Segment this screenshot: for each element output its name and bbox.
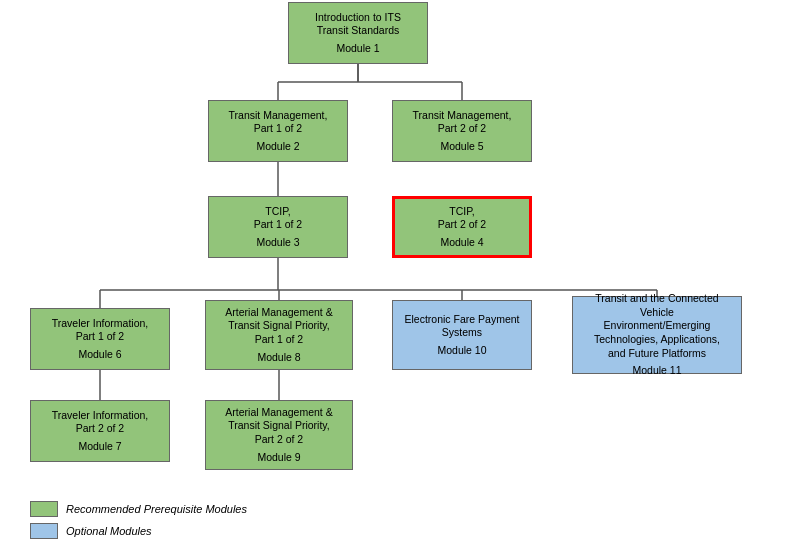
legend-label-green: Recommended Prerequisite Modules <box>66 503 247 515</box>
node-module-n8: Module 8 <box>257 351 300 365</box>
legend-item-blue: Optional Modules <box>30 523 247 539</box>
node-module-n2: Module 2 <box>256 140 299 154</box>
node-label-n7: Traveler Information,Part 2 of 2 <box>52 409 148 436</box>
node-module-n3: Module 3 <box>256 236 299 250</box>
module-node-n1[interactable]: Introduction to ITSTransit StandardsModu… <box>288 2 428 64</box>
node-label-n1: Introduction to ITSTransit Standards <box>315 11 401 38</box>
node-label-n3: TCIP,Part 1 of 2 <box>254 205 302 232</box>
legend-color-blue <box>30 523 58 539</box>
module-node-n6[interactable]: Traveler Information,Part 1 of 2Module 6 <box>30 308 170 370</box>
legend: Recommended Prerequisite Modules Optiona… <box>30 501 247 539</box>
module-node-n7[interactable]: Traveler Information,Part 2 of 2Module 7 <box>30 400 170 462</box>
node-module-n10: Module 10 <box>437 344 486 358</box>
node-module-n6: Module 6 <box>78 348 121 362</box>
module-node-n2[interactable]: Transit Management,Part 1 of 2Module 2 <box>208 100 348 162</box>
node-module-n11: Module 11 <box>632 364 681 378</box>
node-label-n6: Traveler Information,Part 1 of 2 <box>52 317 148 344</box>
diagram-container: Introduction to ITSTransit StandardsModu… <box>0 0 800 490</box>
node-label-n11: Transit and the ConnectedVehicleEnvironm… <box>594 292 720 360</box>
legend-item-green: Recommended Prerequisite Modules <box>30 501 247 517</box>
node-module-n5: Module 5 <box>440 140 483 154</box>
module-node-n9[interactable]: Arterial Management &Transit Signal Prio… <box>205 400 353 470</box>
legend-label-blue: Optional Modules <box>66 525 152 537</box>
node-label-n9: Arterial Management &Transit Signal Prio… <box>225 406 332 447</box>
node-label-n5: Transit Management,Part 2 of 2 <box>413 109 512 136</box>
node-module-n7: Module 7 <box>78 440 121 454</box>
module-node-n5[interactable]: Transit Management,Part 2 of 2Module 5 <box>392 100 532 162</box>
module-node-n4[interactable]: TCIP,Part 2 of 2Module 4 <box>392 196 532 258</box>
node-module-n4: Module 4 <box>440 236 483 250</box>
module-node-n10[interactable]: Electronic Fare PaymentSystemsModule 10 <box>392 300 532 370</box>
module-node-n3[interactable]: TCIP,Part 1 of 2Module 3 <box>208 196 348 258</box>
node-label-n2: Transit Management,Part 1 of 2 <box>229 109 328 136</box>
node-label-n4: TCIP,Part 2 of 2 <box>438 205 486 232</box>
node-module-n9: Module 9 <box>257 451 300 465</box>
legend-color-green <box>30 501 58 517</box>
node-label-n8: Arterial Management &Transit Signal Prio… <box>225 306 332 347</box>
node-module-n1: Module 1 <box>336 42 379 56</box>
module-node-n11[interactable]: Transit and the ConnectedVehicleEnvironm… <box>572 296 742 374</box>
node-label-n10: Electronic Fare PaymentSystems <box>405 313 520 340</box>
module-node-n8[interactable]: Arterial Management &Transit Signal Prio… <box>205 300 353 370</box>
